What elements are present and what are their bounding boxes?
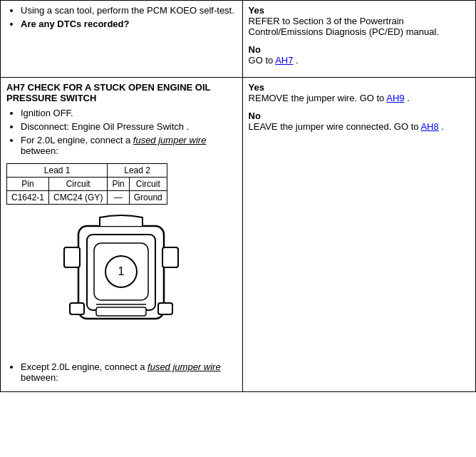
bottom-left-cell: AH7 CHECK FOR A STUCK OPEN ENGINE OIL PR…	[1, 78, 243, 392]
top-bullets: Using a scan tool, perform the PCM KOEO …	[6, 5, 237, 29]
lead2-header: Lead 2	[108, 164, 167, 178]
circuit2-header: Circuit	[129, 178, 167, 191]
pin-number-label: 1	[118, 265, 125, 277]
main-layout-table: Using a scan tool, perform the PCM KOEO …	[0, 0, 476, 392]
section-header: AH7 CHECK FOR A STUCK OPEN ENGINE OIL PR…	[6, 82, 237, 103]
svg-rect-5	[158, 303, 172, 314]
bullet-except-2l: Except 2.0L engine, connect a fused jump…	[21, 361, 237, 383]
svg-rect-3	[162, 247, 178, 267]
bottom-row: AH7 CHECK FOR A STUCK OPEN ENGINE OIL PR…	[1, 78, 476, 392]
top-row: Using a scan tool, perform the PCM KOEO …	[1, 1, 476, 78]
no-block-top: No GO to AH7 .	[249, 44, 470, 66]
lead1-header: Lead 1	[7, 164, 108, 178]
bullet-dtcs: Are any DTCs recorded?	[21, 19, 237, 29]
bottom-right-cell: Yes REMOVE the jumper wire. GO to AH9 . …	[242, 78, 475, 392]
no-label-bottom: No	[249, 111, 261, 121]
pin2-value: —	[108, 191, 129, 205]
ah7-link[interactable]: AH7	[275, 55, 293, 66]
bullet-disconnect: Disconnect: Engine Oil Pressure Switch .	[21, 121, 237, 132]
no-label-top: No	[249, 44, 261, 55]
svg-rect-4	[70, 303, 84, 314]
pin1-header: Pin	[7, 178, 49, 191]
yes-text-top: REFER to Section 3 of the Powertrain Con…	[249, 16, 439, 37]
top-right-cell: Yes REFER to Section 3 of the Powertrain…	[242, 1, 475, 78]
fused-text-2: fused jumper wire	[148, 361, 221, 372]
svg-rect-2	[64, 247, 80, 267]
connector-diagram: 1	[57, 212, 185, 354]
svg-rect-9	[96, 307, 146, 316]
lead-col-row: Pin Circuit Pin Circuit	[7, 178, 167, 191]
ah8-link[interactable]: AH8	[420, 121, 438, 132]
lead-table: Lead 1 Lead 2 Pin Circuit Pin Circuit C1…	[6, 163, 167, 205]
no-block-bottom: No LEAVE the jumper wire connected. GO t…	[249, 111, 470, 132]
lead-data-row: C1642-1 CMC24 (GY) — Ground	[7, 191, 167, 205]
yes-block-top: Yes REFER to Section 3 of the Powertrain…	[249, 5, 470, 37]
lead-header-row: Lead 1 Lead 2	[7, 164, 167, 178]
top-left-cell: Using a scan tool, perform the PCM KOEO …	[1, 1, 243, 78]
bottom-bullets: Ignition OFF. Disconnect: Engine Oil Pre…	[6, 108, 237, 156]
yes-label-top: Yes	[249, 5, 264, 16]
fused-text-1: fused jumper wire	[133, 135, 207, 145]
except-bullets: Except 2.0L engine, connect a fused jump…	[6, 361, 237, 383]
bullet-scan-tool: Using a scan tool, perform the PCM KOEO …	[21, 5, 237, 16]
bullet-2l-fused: For 2.0L engine, connect a fused jumper …	[21, 135, 237, 156]
no-text-top: GO to	[249, 55, 276, 66]
pin1-value: C1642-1	[7, 191, 49, 205]
yes-block-bottom: Yes REMOVE the jumper wire. GO to AH9 .	[249, 82, 470, 103]
circuit2-value: Ground	[129, 191, 167, 205]
circuit1-header: Circuit	[49, 178, 108, 191]
bold-dtc-text: Are any DTCs recorded?	[21, 19, 129, 29]
yes-text-bottom: REMOVE the jumper wire. GO to	[249, 93, 387, 103]
circuit1-value: CMC24 (GY)	[49, 191, 108, 205]
ah9-link[interactable]: AH9	[386, 93, 404, 103]
pin2-header: Pin	[108, 178, 129, 191]
bullet-ignition: Ignition OFF.	[21, 108, 237, 118]
yes-label-bottom: Yes	[249, 82, 264, 93]
no-text-bottom: LEAVE the jumper wire connected. GO to	[249, 121, 421, 132]
